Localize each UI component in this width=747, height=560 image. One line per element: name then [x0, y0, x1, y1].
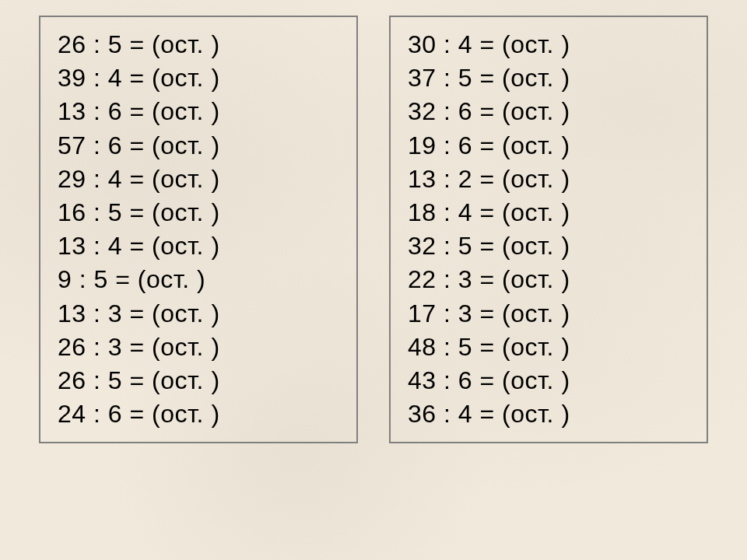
division-problem: 18 : 4 = (ост. ) — [408, 196, 688, 229]
divisor: 5 — [108, 30, 122, 58]
division-problem: 9 : 5 = (ост. ) — [58, 263, 338, 296]
remainder-placeholder: (ост. ) — [502, 30, 570, 58]
colon-separator: : — [86, 131, 108, 159]
division-problem: 26 : 3 = (ост. ) — [58, 331, 338, 364]
dividend: 24 — [58, 400, 86, 428]
equals-separator: = — [472, 97, 502, 125]
remainder-placeholder: (ост. ) — [502, 198, 570, 226]
colon-separator: : — [437, 30, 458, 58]
equals-separator: = — [122, 64, 152, 92]
dividend: 32 — [408, 232, 437, 260]
colon-separator: : — [437, 198, 458, 226]
remainder-placeholder: (ост. ) — [502, 265, 570, 293]
dividend: 39 — [58, 64, 86, 92]
dividend: 16 — [58, 198, 86, 226]
divisor: 3 — [108, 333, 122, 361]
divisor: 5 — [458, 333, 472, 361]
division-problem: 19 : 6 = (ост. ) — [408, 129, 688, 163]
remainder-placeholder: (ост. ) — [502, 400, 570, 428]
divisor: 5 — [93, 265, 107, 293]
dividend: 13 — [408, 165, 437, 193]
division-problem: 26 : 5 = (ост. ) — [58, 364, 338, 397]
dividend: 19 — [408, 131, 437, 159]
remainder-placeholder: (ост. ) — [152, 165, 220, 193]
colon-separator: : — [86, 30, 108, 58]
division-problem: 57 : 6 = (ост. ) — [58, 129, 338, 163]
dividend: 32 — [408, 97, 437, 125]
colon-separator: : — [86, 366, 108, 394]
colon-separator: : — [72, 265, 93, 293]
colon-separator: : — [437, 97, 458, 125]
divisor: 4 — [108, 64, 122, 92]
colon-separator: : — [86, 97, 108, 125]
colon-separator: : — [86, 165, 108, 193]
equals-separator: = — [122, 198, 152, 226]
division-problem: 22 : 3 = (ост. ) — [408, 263, 688, 296]
divisor: 2 — [458, 165, 472, 193]
division-problem: 29 : 4 = (ост. ) — [58, 163, 338, 196]
dividend: 36 — [408, 400, 437, 428]
remainder-placeholder: (ост. ) — [152, 198, 220, 226]
divisor: 4 — [108, 165, 122, 193]
remainder-placeholder: (ост. ) — [502, 299, 570, 327]
dividend: 22 — [408, 265, 437, 293]
equals-separator: = — [122, 131, 152, 159]
division-problem: 13 : 6 = (ост. ) — [58, 95, 338, 128]
divisor: 4 — [458, 30, 472, 58]
equals-separator: = — [472, 400, 502, 428]
divisor: 3 — [458, 265, 472, 293]
colon-separator: : — [437, 366, 458, 394]
colon-separator: : — [437, 265, 458, 293]
equals-separator: = — [472, 131, 502, 159]
equals-separator: = — [122, 232, 152, 260]
dividend: 48 — [408, 333, 437, 361]
colon-separator: : — [437, 333, 458, 361]
dividend: 13 — [58, 97, 86, 125]
division-problem: 13 : 3 = (ост. ) — [58, 297, 338, 331]
remainder-placeholder: (ост. ) — [502, 366, 570, 394]
remainder-placeholder: (ост. ) — [502, 165, 570, 193]
dividend: 43 — [408, 366, 437, 394]
remainder-placeholder: (ост. ) — [152, 299, 220, 327]
division-problem: 16 : 5 = (ост. ) — [58, 196, 338, 229]
divisor: 4 — [458, 198, 472, 226]
divisor: 6 — [458, 366, 472, 394]
remainder-placeholder: (ост. ) — [138, 265, 206, 293]
left-column: 26 : 5 = (ост. )39 : 4 = (ост. )13 : 6 =… — [39, 16, 358, 443]
equals-separator: = — [122, 333, 152, 361]
remainder-placeholder: (ост. ) — [152, 333, 220, 361]
divisor: 5 — [458, 232, 472, 260]
remainder-placeholder: (ост. ) — [152, 30, 220, 58]
division-problem: 32 : 6 = (ост. ) — [408, 95, 688, 128]
remainder-placeholder: (ост. ) — [502, 131, 570, 159]
equals-separator: = — [122, 366, 152, 394]
dividend: 9 — [58, 265, 72, 293]
division-problem: 36 : 4 = (ост. ) — [408, 397, 688, 431]
colon-separator: : — [437, 232, 458, 260]
remainder-placeholder: (ост. ) — [502, 97, 570, 125]
divisor: 6 — [108, 400, 122, 428]
dividend: 26 — [58, 366, 86, 394]
equals-separator: = — [472, 232, 502, 260]
colon-separator: : — [437, 400, 458, 428]
equals-separator: = — [472, 265, 502, 293]
colon-separator: : — [86, 299, 108, 327]
remainder-placeholder: (ост. ) — [502, 333, 570, 361]
divisor: 6 — [458, 131, 472, 159]
equals-separator: = — [108, 265, 138, 293]
dividend: 30 — [408, 30, 437, 58]
division-problem: 26 : 5 = (ост. ) — [58, 28, 338, 61]
colon-separator: : — [437, 64, 458, 92]
divisor: 5 — [108, 366, 122, 394]
divisor: 4 — [108, 232, 122, 260]
dividend: 29 — [58, 165, 86, 193]
colon-separator: : — [86, 400, 108, 428]
dividend: 26 — [58, 30, 86, 58]
division-problem: 17 : 3 = (ост. ) — [408, 297, 688, 331]
division-problem: 32 : 5 = (ост. ) — [408, 229, 688, 263]
remainder-placeholder: (ост. ) — [152, 400, 220, 428]
dividend: 37 — [408, 64, 437, 92]
colon-separator: : — [86, 198, 108, 226]
remainder-placeholder: (ост. ) — [502, 64, 570, 92]
equals-separator: = — [472, 333, 502, 361]
